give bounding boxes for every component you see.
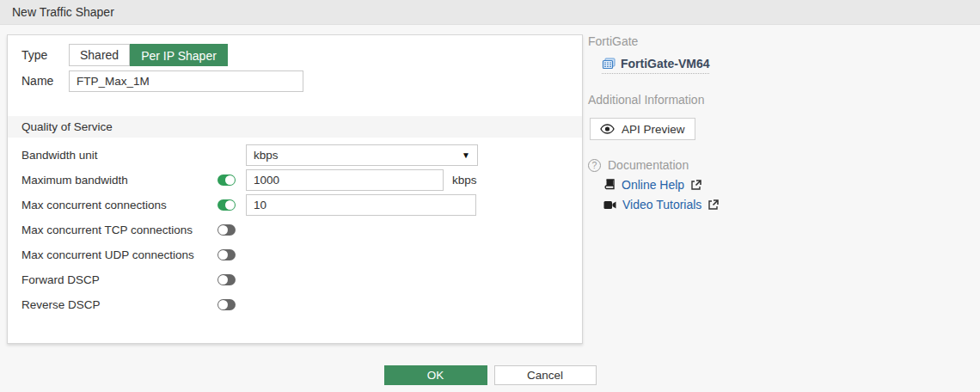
max-concurrent-udp-connections-label: Max concurrent UDP connections (21, 248, 217, 261)
max-concurrent-tcp-connections-label: Max concurrent TCP connections (21, 224, 217, 236)
fortigate-section-label: FortiGate (588, 34, 966, 48)
fortigate-device-name: FortiGate-VM64 (621, 57, 709, 70)
maximum-bandwidth-input[interactable] (246, 169, 444, 191)
fortigate-device-icon (602, 57, 616, 70)
maximum-bandwidth-label: Maximum bandwidth (21, 174, 217, 187)
name-label: Name (21, 74, 69, 88)
max-concurrent-connections-toggle[interactable] (217, 199, 236, 211)
additional-information-label: Additional Information (588, 93, 966, 107)
max-concurrent-tcp-connections-toggle[interactable] (217, 224, 236, 236)
video-camera-icon (603, 200, 616, 210)
max-concurrent-tcp-connections-row: Max concurrent TCP connections (21, 219, 582, 240)
type-label: Type (21, 48, 69, 62)
external-link-icon (690, 180, 701, 191)
maximum-bandwidth-row: Maximum bandwidth kbps (21, 169, 582, 190)
max-concurrent-udp-connections-toggle[interactable] (217, 249, 236, 260)
external-link-icon (707, 199, 719, 211)
bandwidth-unit-select[interactable]: kbps ▼ (246, 144, 478, 166)
reverse-dscp-label: Reverse DSCP (21, 298, 217, 311)
chevron-down-icon: ▼ (462, 150, 470, 160)
help-circle-icon: ? (588, 159, 601, 172)
bandwidth-unit-suffix: kbps (452, 174, 477, 187)
name-input[interactable] (69, 70, 303, 92)
online-help-link[interactable]: Online Help (603, 178, 966, 192)
name-row: Name (21, 70, 582, 92)
documentation-label: Documentation (608, 158, 689, 172)
max-concurrent-connections-input[interactable] (246, 194, 476, 216)
book-icon (603, 179, 616, 191)
api-preview-label: API Preview (622, 123, 685, 136)
forward-dscp-label: Forward DSCP (21, 273, 217, 286)
footer-actions: OK Cancel (0, 365, 980, 385)
eye-icon (600, 124, 615, 134)
video-tutorials-label: Video Tutorials (622, 198, 701, 211)
bandwidth-unit-label: Bandwidth unit (21, 149, 217, 162)
type-tab-shared[interactable]: Shared (69, 44, 130, 66)
fortigate-device-link[interactable]: FortiGate-VM64 (602, 57, 709, 74)
qos-section-header: Quality of Service (8, 116, 582, 138)
bandwidth-unit-value: kbps (254, 149, 279, 162)
titlebar: New Traffic Shaper (0, 0, 980, 25)
sidebar: FortiGate FortiGate-VM64 Additional Info… (588, 34, 966, 211)
type-row: Type Shared Per IP Shaper (21, 44, 582, 66)
video-tutorials-link[interactable]: Video Tutorials (603, 198, 966, 211)
max-concurrent-connections-row: Max concurrent connections (21, 194, 582, 215)
maximum-bandwidth-toggle[interactable] (217, 175, 236, 186)
type-segmented-control: Shared Per IP Shaper (69, 44, 228, 66)
documentation-header: ? Documentation (588, 158, 966, 172)
reverse-dscp-toggle[interactable] (217, 299, 236, 310)
bandwidth-unit-row: Bandwidth unit kbps ▼ (21, 144, 582, 165)
max-concurrent-udp-connections-row: Max concurrent UDP connections (21, 244, 582, 265)
ok-button[interactable]: OK (384, 365, 487, 385)
online-help-label: Online Help (622, 178, 684, 192)
qos-section: Bandwidth unit kbps ▼ Maximum bandwidth … (8, 144, 582, 315)
traffic-shaper-form-panel: Type Shared Per IP Shaper Name Quality o… (7, 34, 583, 344)
forward-dscp-row: Forward DSCP (21, 269, 582, 290)
api-preview-button[interactable]: API Preview (590, 118, 695, 140)
type-tab-per-ip-shaper[interactable]: Per IP Shaper (130, 44, 228, 66)
max-concurrent-connections-label: Max concurrent connections (21, 199, 217, 211)
reverse-dscp-row: Reverse DSCP (21, 294, 582, 315)
cancel-button[interactable]: Cancel (494, 365, 597, 385)
page-title: New Traffic Shaper (12, 0, 114, 25)
forward-dscp-toggle[interactable] (217, 274, 236, 285)
